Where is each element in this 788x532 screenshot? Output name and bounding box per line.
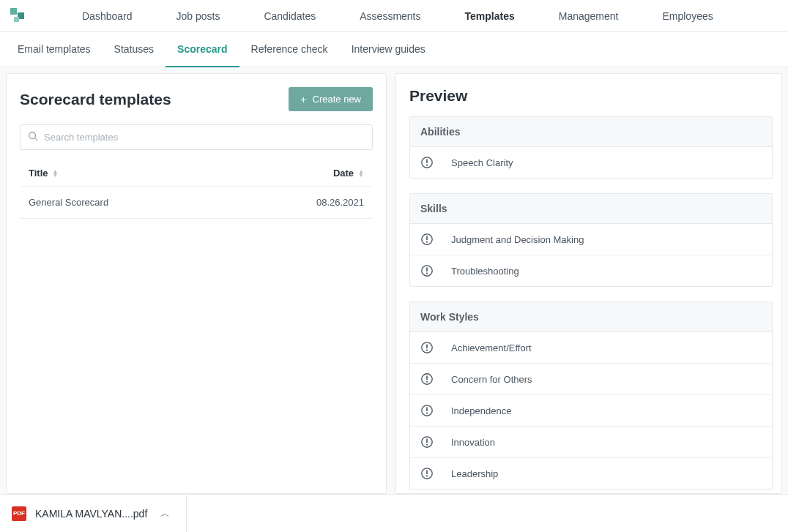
exclamation-icon <box>420 156 434 169</box>
group-row[interactable]: Troubleshooting <box>410 255 772 286</box>
svg-point-10 <box>426 241 428 243</box>
templates-panel: Scorecard templates + Create new Title ▲… <box>6 73 387 494</box>
group-row[interactable]: Concern for Others <box>410 364 772 395</box>
exclamation-icon <box>420 404 434 417</box>
nav-job-posts[interactable]: Job posts <box>155 0 242 32</box>
pdf-icon: PDF <box>12 506 26 521</box>
sort-icon: ▲▼ <box>53 170 59 177</box>
th-title[interactable]: Title ▲▼ <box>29 168 58 179</box>
group-item-label: Independence <box>451 405 511 416</box>
svg-point-7 <box>426 165 428 166</box>
search-wrapper[interactable] <box>20 124 373 150</box>
exclamation-icon <box>420 264 434 277</box>
group-item-label: Speech Clarity <box>451 157 513 168</box>
group-header: Abilities <box>410 117 772 147</box>
row-date: 08.26.2021 <box>316 197 364 208</box>
download-bar: PDF KAMILA MAVLYAN....pdf ︿ <box>0 494 788 532</box>
group-item-label: Achievement/Effort <box>451 342 532 353</box>
group-row[interactable]: Leadership <box>410 458 772 489</box>
exclamation-icon <box>420 372 434 386</box>
group-item-label: Innovation <box>451 437 495 448</box>
group-header: Skills <box>410 194 772 224</box>
svg-point-13 <box>426 273 428 274</box>
th-date-label: Date <box>333 168 354 179</box>
svg-point-28 <box>426 476 428 477</box>
table-row[interactable]: General Scorecard 08.26.2021 <box>20 187 373 219</box>
tab-reference-check[interactable]: Reference check <box>239 32 340 67</box>
tab-statuses[interactable]: Statuses <box>103 32 166 67</box>
row-title: General Scorecard <box>29 197 108 208</box>
nav-templates[interactable]: Templates <box>443 0 537 32</box>
exclamation-icon <box>420 467 434 480</box>
group-item-label: Judgment and Decision Making <box>451 234 584 245</box>
svg-point-22 <box>426 413 428 414</box>
table-header: Title ▲▼ Date ▲▼ <box>20 160 373 187</box>
sort-icon: ▲▼ <box>358 170 364 177</box>
nav-assessments[interactable]: Assessments <box>338 0 442 32</box>
chevron-up-icon[interactable]: ︿ <box>156 507 174 520</box>
nav-dashboard[interactable]: Dashboard <box>60 0 155 32</box>
group-row[interactable]: Judgment and Decision Making <box>410 224 772 255</box>
preview-panel: Preview AbilitiesSpeech ClaritySkillsJud… <box>395 73 782 494</box>
exclamation-icon <box>420 435 434 449</box>
sub-nav: Email templates Statuses Scorecard Refer… <box>0 32 788 67</box>
th-title-label: Title <box>29 168 48 179</box>
preview-title: Preview <box>409 87 467 105</box>
exclamation-icon <box>420 233 434 246</box>
tab-email-templates[interactable]: Email templates <box>6 32 103 67</box>
preview-scroll[interactable]: AbilitiesSpeech ClaritySkillsJudgment an… <box>409 116 776 493</box>
tab-scorecard[interactable]: Scorecard <box>166 32 239 67</box>
svg-line-4 <box>35 138 38 141</box>
download-filename: KAMILA MAVLYAN....pdf <box>35 508 147 520</box>
content-area: Scorecard templates + Create new Title ▲… <box>0 67 788 494</box>
svg-point-3 <box>29 132 36 139</box>
group-item-label: Leadership <box>451 468 498 479</box>
create-new-button[interactable]: + Create new <box>289 87 373 111</box>
preview-group: SkillsJudgment and Decision MakingTroubl… <box>409 193 773 287</box>
group-header: Work Styles <box>410 302 772 332</box>
group-row[interactable]: Speech Clarity <box>410 147 772 178</box>
group-row[interactable]: Innovation <box>410 427 772 458</box>
exclamation-icon <box>420 341 434 354</box>
tab-interview-guides[interactable]: Interview guides <box>340 32 437 67</box>
svg-rect-0 <box>10 8 17 15</box>
svg-rect-2 <box>14 17 19 22</box>
search-input[interactable] <box>44 132 365 143</box>
th-date[interactable]: Date ▲▼ <box>333 168 364 179</box>
nav-employees[interactable]: Employees <box>640 0 735 32</box>
svg-point-25 <box>426 444 428 446</box>
svg-point-16 <box>426 350 428 351</box>
nav-candidates[interactable]: Candidates <box>242 0 338 32</box>
group-row[interactable]: Independence <box>410 395 772 427</box>
plus-icon: + <box>300 94 306 105</box>
app-logo <box>9 5 31 27</box>
group-item-label: Troubleshooting <box>451 266 519 277</box>
preview-group: Work StylesAchievement/EffortConcern for… <box>409 301 773 490</box>
nav-management[interactable]: Management <box>537 0 641 32</box>
preview-group: AbilitiesSpeech Clarity <box>409 116 773 179</box>
search-icon <box>28 131 44 143</box>
download-item[interactable]: PDF KAMILA MAVLYAN....pdf ︿ <box>0 495 187 532</box>
templates-title: Scorecard templates <box>20 91 171 108</box>
svg-point-19 <box>426 381 428 383</box>
create-new-label: Create new <box>313 94 361 105</box>
top-nav: Dashboard Job posts Candidates Assessmen… <box>0 0 788 32</box>
group-row[interactable]: Achievement/Effort <box>410 332 772 364</box>
group-item-label: Concern for Others <box>451 374 532 385</box>
